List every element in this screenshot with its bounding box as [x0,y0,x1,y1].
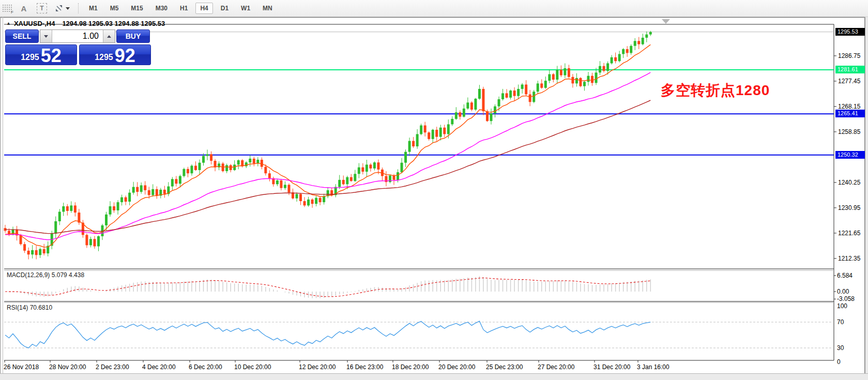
grid-f-icon[interactable]: F [2,4,12,12]
rsi-tick-label: 0 [837,358,841,366]
arrows-glyph [55,4,63,12]
rsi-tick-label: 30 [837,344,844,352]
timeframe-m15-button[interactable]: M15 [126,3,147,14]
time-tick-label: 12 Dec 20:00 [299,363,336,371]
dropdown-caret-icon[interactable] [66,7,70,10]
toolbar: F A T M1M5M15M30H1H4D1W1MN [0,0,868,17]
chart-shift-marker-icon[interactable] [662,19,670,24]
price-tick-label: 1286.75 [838,52,860,59]
sell-price-big: 52 [41,46,62,66]
chart-annotation-text: 多空转折点1280 [661,81,770,100]
level-price-tag: 1281.61 [835,66,865,73]
macd-tick-label: 0.00 [837,288,849,295]
timeframe-bar: M1M5M15M30H1H4D1W1MN [83,3,279,14]
time-tick-label: 27 Dec 20:00 [538,363,574,371]
volume-increase-button[interactable] [103,30,115,42]
time-tick-label: 3 Jan 16:00 [637,363,669,371]
chart-window [0,17,868,380]
toolbar-separator [78,3,79,13]
macd-label: MACD(12,26,9) 5.079 4.438 [7,271,84,279]
time-tick-label: 31 Dec 20:00 [593,363,630,371]
ohlc-values: 1294.98 1295.93 1294.88 1295.53 [62,20,165,27]
buy-price-big: 92 [115,46,135,66]
price-tick-label: 1258.85 [838,128,860,135]
time-tick-label: 25 Dec 23:00 [486,363,523,371]
volume-control: 1.00 [40,29,115,43]
timeframe-h1-button[interactable]: H1 [175,3,192,14]
window-left-border [0,17,1,380]
spinner-down-icon [44,35,48,38]
sell-price-display[interactable]: 1295 52 [5,44,77,65]
timeframe-w1-button[interactable]: W1 [236,3,255,14]
level-price-tag: 1265.41 [835,110,865,117]
time-tick-label: 2 Dec 23:00 [96,363,129,371]
symbol-period-label: XAUUSD-,H4 [14,20,55,27]
buy-price-small: 1295 [95,53,113,62]
macd-tick-label: -3.058 [837,295,855,302]
buy-button[interactable]: BUY [116,29,150,43]
one-click-trading-panel: SELL 1.00 BUY 1295 52 1295 92 [5,29,151,65]
spinner-up-icon [107,35,111,38]
window-left-inner-border [3,17,3,380]
macd-tick-label: 6.584 [837,272,852,279]
time-tick-label: 16 Dec 23:00 [346,363,383,371]
current-price-tag: 1295.53 [835,28,865,36]
buy-price-display[interactable]: 1295 92 [79,44,151,65]
price-tick-label: 1212.35 [838,255,860,262]
price-tick-label: 1230.95 [838,204,860,211]
time-tick-label: 6 Dec 20:00 [189,363,222,371]
rsi-label: RSI(14) 70.6810 [7,304,52,311]
collapse-arrow-icon[interactable]: ▲ [6,21,11,26]
timeframe-m1-button[interactable]: M1 [84,3,102,14]
chart-title-bar: ▲XAUUSD-,H41294.98 1295.93 1294.88 1295.… [6,20,165,27]
time-tick-label: 10 Dec 20:00 [234,363,271,371]
label-t-icon[interactable]: T [37,3,47,13]
price-tick-label: 1240.25 [838,179,860,186]
window-bottom-edge [0,373,868,380]
sell-button[interactable]: SELL [5,29,39,43]
time-tick-label: 20 Dec 20:00 [438,363,475,371]
price-tick-label: 1221.65 [838,230,860,237]
text-a-icon[interactable]: A [18,3,29,14]
sell-price-small: 1295 [21,53,39,62]
timeframe-h4-button[interactable]: H4 [195,3,212,14]
rsi-tick-label: 70 [837,318,844,326]
volume-decrease-button[interactable] [40,30,52,42]
vertical-scrollbar[interactable] [865,17,868,380]
rsi-tick-label: 100 [837,302,847,310]
time-tick-label: 28 Nov 20:00 [49,363,86,371]
time-tick-label: 18 Dec 20:00 [392,363,429,371]
timeframe-mn-button[interactable]: MN [258,3,277,14]
time-tick-label: 4 Dec 20:00 [142,363,176,371]
timeframe-d1-button[interactable]: D1 [216,3,233,14]
time-tick-label: 26 Nov 2018 [4,363,39,371]
level-price-tag: 1250.32 [835,151,865,159]
volume-input[interactable]: 1.00 [52,30,103,42]
price-tick-label: 1277.45 [838,78,860,85]
timeframe-m30-button[interactable]: M30 [151,3,172,14]
price-tick-label: 1268.15 [838,103,860,110]
shapes-icon[interactable] [55,4,70,12]
timeframe-m5-button[interactable]: M5 [105,3,124,14]
